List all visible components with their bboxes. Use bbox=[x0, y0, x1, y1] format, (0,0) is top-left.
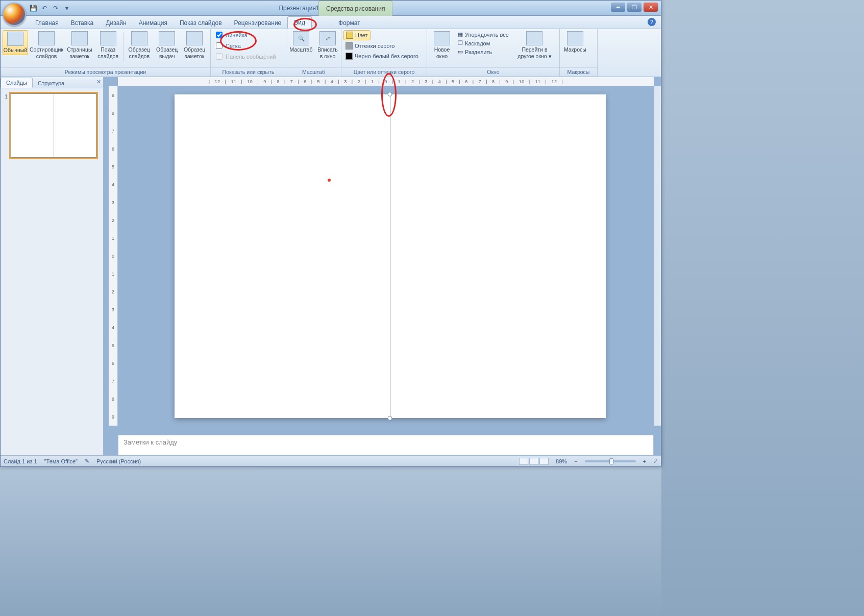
label: Перейти в другое окно ▾ bbox=[514, 46, 555, 59]
vertical-guide[interactable] bbox=[390, 94, 390, 418]
status-theme[interactable]: "Тема Office" bbox=[44, 458, 78, 464]
group-label: Цвет или оттенки серого bbox=[341, 67, 427, 77]
arrange-icon: ▦ bbox=[458, 31, 463, 38]
zoom-button[interactable]: 🔍Масштаб bbox=[288, 30, 314, 54]
help-icon[interactable]: ? bbox=[648, 18, 656, 26]
gray-swatch-icon bbox=[345, 42, 353, 50]
notes-pane[interactable]: Заметки к слайду bbox=[118, 435, 654, 455]
tab-insert[interactable]: Вставка bbox=[65, 17, 100, 29]
guide-handle-top[interactable] bbox=[388, 92, 392, 96]
label: Сортировщик слайдов bbox=[30, 46, 63, 59]
label: Линейка bbox=[226, 32, 248, 38]
label: Страницы заметок bbox=[67, 46, 92, 59]
fit-icon: ⤢ bbox=[319, 31, 336, 45]
pane-close-icon[interactable]: ✕ bbox=[96, 79, 101, 85]
minimize-button[interactable]: ━ bbox=[611, 3, 625, 12]
qat-more-icon[interactable]: ▾ bbox=[63, 4, 71, 12]
background-area bbox=[0, 467, 661, 616]
cascade-icon: ❐ bbox=[458, 40, 463, 46]
zoom-in-button[interactable]: + bbox=[643, 458, 646, 464]
view-slideshow-icon[interactable] bbox=[539, 458, 549, 465]
zoom-value[interactable]: 89% bbox=[556, 458, 567, 464]
zoom-slider-thumb[interactable] bbox=[609, 458, 613, 464]
redo-icon[interactable]: ↷ bbox=[52, 4, 60, 12]
slideshow-icon bbox=[100, 31, 116, 45]
sorter-icon bbox=[38, 31, 55, 45]
zoom-icon: 🔍 bbox=[293, 31, 309, 45]
tab-view[interactable]: Вид bbox=[287, 16, 312, 29]
cascade-button[interactable]: ❐Каскадом bbox=[456, 39, 511, 47]
guide-handle-bottom[interactable] bbox=[388, 416, 392, 421]
macros-button[interactable]: Макросы bbox=[562, 30, 588, 54]
color-mode-button[interactable]: Цвет bbox=[343, 30, 371, 40]
pane-tab-slides[interactable]: Слайды bbox=[1, 78, 33, 88]
fit-to-window-button[interactable]: ⤢ bbox=[653, 458, 658, 464]
tab-review[interactable]: Рецензирование bbox=[228, 17, 288, 29]
slide[interactable] bbox=[175, 94, 606, 418]
zoom-slider[interactable] bbox=[585, 460, 636, 462]
spellcheck-icon[interactable]: ✎ bbox=[85, 458, 89, 464]
switch-window-button[interactable]: Перейти в другое окно ▾ bbox=[512, 30, 557, 60]
tab-slideshow[interactable]: Показ слайдов bbox=[174, 17, 228, 29]
grid-check-input[interactable] bbox=[216, 42, 223, 49]
pane-tabs: Слайды Структура ✕ bbox=[1, 77, 103, 88]
group-presentation-views: Обычный Сортировщик слайдов Страницы зам… bbox=[1, 29, 211, 77]
bw-button[interactable]: Черно-белый без серого bbox=[343, 52, 421, 61]
office-button[interactable] bbox=[3, 3, 26, 26]
grid-checkbox[interactable]: Сетка bbox=[213, 41, 244, 51]
color-swatch-icon bbox=[346, 32, 353, 39]
zoom-out-button[interactable]: − bbox=[574, 458, 577, 464]
thumbnail-slide-1[interactable] bbox=[11, 93, 96, 158]
horizontal-ruler[interactable]: | · 12 · | · 11 · | · 10 · | · 9 · | · 8… bbox=[118, 77, 654, 86]
slide-master-button[interactable]: Образец слайдов bbox=[125, 30, 153, 60]
contextual-tab-drawing-tools[interactable]: Средства рисования bbox=[318, 1, 392, 16]
new-window-button[interactable]: Новое окно bbox=[429, 30, 455, 60]
slideshow-button[interactable]: Показ слайдов bbox=[95, 30, 121, 60]
tab-format[interactable]: Формат bbox=[332, 17, 366, 29]
group-label: Макросы bbox=[560, 67, 597, 77]
arrange-all-button[interactable]: ▦Упорядочить все bbox=[456, 30, 511, 39]
tab-home[interactable]: Главная bbox=[29, 17, 65, 29]
vertical-scrollbar[interactable] bbox=[654, 86, 661, 426]
label: Обычный bbox=[4, 47, 27, 54]
notes-page-button[interactable]: Страницы заметок bbox=[65, 30, 94, 60]
slides-pane: Слайды Структура ✕ 1 bbox=[1, 77, 104, 455]
fit-window-button[interactable]: ⤢Вписать в окно bbox=[315, 30, 340, 60]
split-button[interactable]: ▭Разделить bbox=[456, 47, 511, 56]
view-sorter-icon[interactable] bbox=[529, 458, 538, 465]
label: Каскадом bbox=[465, 40, 490, 46]
status-slide-number: Слайд 1 из 1 bbox=[4, 458, 37, 464]
notes-master-button[interactable]: Образец заметок bbox=[181, 30, 208, 60]
label: Вписать в окно bbox=[317, 46, 338, 59]
grayscale-button[interactable]: Оттенки серого bbox=[343, 41, 397, 51]
pane-tab-outline[interactable]: Структура bbox=[33, 79, 69, 88]
ribbon: Обычный Сортировщик слайдов Страницы зам… bbox=[1, 29, 661, 77]
vertical-ruler[interactable]: 9876543210123456789 bbox=[109, 86, 118, 426]
canvas[interactable] bbox=[170, 92, 610, 420]
save-icon[interactable]: 💾 bbox=[29, 4, 37, 12]
ruler-check-input[interactable] bbox=[216, 32, 223, 38]
ruler-checkbox[interactable]: Линейка bbox=[213, 30, 251, 40]
close-button[interactable]: ✕ bbox=[644, 3, 658, 12]
thumbnail-item[interactable]: 1 bbox=[5, 93, 99, 158]
group-macros: Макросы Макросы bbox=[560, 29, 598, 77]
undo-icon[interactable]: ↶ bbox=[40, 4, 48, 12]
group-zoom: 🔍Масштаб ⤢Вписать в окно Масштаб bbox=[286, 29, 341, 77]
normal-view-button[interactable]: Обычный bbox=[3, 30, 28, 55]
master-icon bbox=[131, 31, 147, 45]
tab-design[interactable]: Дизайн bbox=[100, 17, 132, 29]
maximize-button[interactable]: ❐ bbox=[627, 3, 641, 12]
view-shortcuts bbox=[519, 458, 549, 465]
handout-master-button[interactable]: Образец выдач bbox=[154, 30, 180, 60]
background-area bbox=[661, 0, 864, 616]
handout-icon bbox=[159, 31, 175, 45]
app-window: 💾 ↶ ↷ ▾ Презентация1 - Microsoft PowerPo… bbox=[0, 0, 661, 467]
slide-sorter-button[interactable]: Сортировщик слайдов bbox=[29, 30, 64, 60]
label: Образец слайдов bbox=[127, 46, 151, 59]
view-normal-icon[interactable] bbox=[519, 458, 528, 465]
tab-animation[interactable]: Анимация bbox=[133, 17, 174, 29]
label: Масштаб bbox=[290, 46, 313, 53]
status-language[interactable]: Русский (Россия) bbox=[96, 458, 141, 464]
thumbnail-list[interactable]: 1 bbox=[1, 88, 103, 455]
quick-access-toolbar: 💾 ↶ ↷ ▾ bbox=[29, 4, 71, 12]
